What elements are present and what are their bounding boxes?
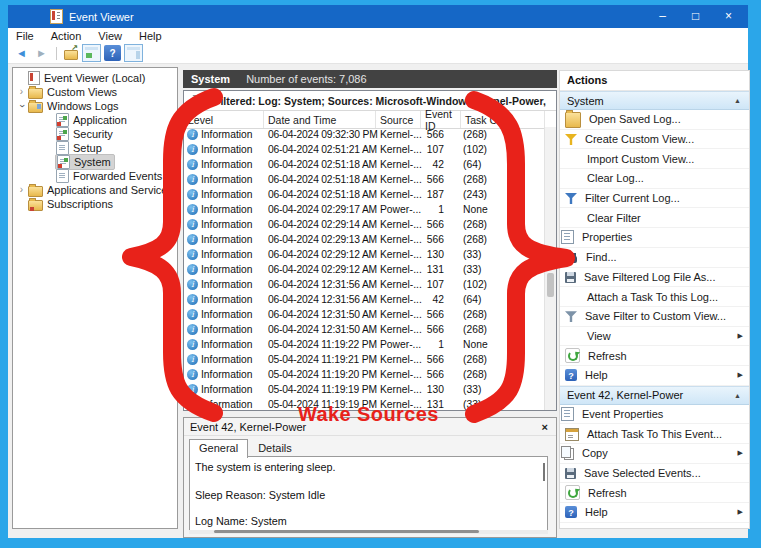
action-item[interactable]: Event Properties [560, 405, 749, 425]
forward-icon[interactable] [33, 45, 50, 61]
event-row[interactable]: Information 06-04-2024 12:31:56 AM Kerne… [184, 292, 545, 307]
scrollbar-thumb[interactable] [214, 530, 479, 533]
event-row[interactable]: Information 05-04-2024 11:19:22 PM Power… [184, 337, 545, 352]
event-row[interactable]: Information 06-04-2024 12:31:50 AM Kerne… [184, 322, 545, 337]
menu-item[interactable]: Action [51, 30, 82, 42]
console-tree: Event Viewer (Local) › Custom Views › [12, 67, 178, 529]
action-item[interactable]: Copy ▶ [560, 444, 749, 464]
events-vertical-scrollbar[interactable] [544, 127, 556, 410]
action-item[interactable]: Clear Log... [560, 169, 749, 189]
action-item[interactable]: Properties [560, 228, 749, 248]
tree-item[interactable]: › Custom Views [13, 85, 177, 99]
event-row[interactable]: Information 06-04-2024 12:31:50 AM Kerne… [184, 307, 545, 322]
action-item[interactable]: Filter Current Log... [560, 189, 749, 209]
action-icon [565, 272, 576, 283]
actions-section-system[interactable]: System ▲ [560, 91, 749, 110]
menu-item[interactable]: File [16, 30, 34, 42]
action-item[interactable]: Save Selected Events... [560, 464, 749, 484]
action-item[interactable]: Help ▶ [560, 366, 749, 386]
tree-item[interactable]: › Windows Logs [13, 99, 177, 113]
action-icon [564, 448, 574, 460]
menu-item[interactable]: Help [139, 30, 162, 42]
column-header[interactable]: Task Ca... [461, 111, 545, 128]
event-row[interactable]: Information 06-04-2024 02:29:13 AM Kerne… [184, 232, 545, 247]
tree-item[interactable]: Application [13, 113, 177, 127]
action-item[interactable]: Open Saved Log... [560, 110, 749, 130]
expander-icon[interactable]: › [16, 185, 27, 195]
event-row[interactable]: Information 06-04-2024 12:31:56 AM Kerne… [184, 277, 545, 292]
tree-item[interactable]: Subscriptions [13, 197, 177, 211]
preview-tab[interactable]: General [189, 439, 248, 458]
event-source: Kernel-... [376, 294, 421, 305]
event-row[interactable]: Information 06-04-2024 02:51:18 AM Kerne… [184, 157, 545, 172]
help-icon[interactable] [104, 45, 121, 61]
event-source: Power-... [376, 339, 421, 350]
export-log-icon[interactable] [62, 45, 79, 61]
back-icon[interactable] [13, 45, 30, 61]
tree-item-label: Setup [73, 142, 102, 154]
column-header[interactable]: Event ID [421, 111, 461, 128]
event-row[interactable]: Information 06-04-2024 02:29:14 AM Kerne… [184, 217, 545, 232]
filter-bar[interactable]: Filtered: Log: System; Sources: Microsof… [184, 91, 556, 111]
action-item[interactable]: Clear Filter [560, 208, 749, 228]
event-row[interactable]: Information 06-04-2024 02:29:12 AM Kerne… [184, 262, 545, 277]
action-item[interactable]: Attach Task To This Event... [560, 424, 749, 444]
titlebar[interactable]: Event Viewer – □ × [8, 5, 748, 28]
event-row[interactable]: Information 06-04-2024 02:51:21 AM Kerne… [184, 142, 545, 157]
event-source: Kernel-... [376, 144, 421, 155]
column-header[interactable]: Level [184, 111, 264, 128]
action-item[interactable]: Import Custom View... [560, 149, 749, 169]
event-row[interactable]: Information 06-04-2024 02:51:18 AM Kerne… [184, 172, 545, 187]
action-label: Refresh [588, 350, 627, 362]
scrollbar-thumb[interactable] [547, 273, 554, 297]
action-label: Attach a Task To this Log... [587, 291, 718, 303]
action-icon [565, 329, 579, 343]
maximize-button[interactable]: □ [679, 5, 712, 28]
event-row[interactable]: Information 06-04-2024 09:32:30 PM Kerne… [184, 127, 545, 142]
tree-item[interactable]: Forwarded Events [13, 169, 177, 183]
collapse-icon[interactable]: ▲ [734, 97, 741, 104]
minimize-button[interactable]: – [646, 5, 679, 28]
action-item[interactable]: Find... [560, 248, 749, 268]
action-item[interactable]: Refresh [560, 346, 749, 366]
tree-item[interactable]: System [13, 155, 177, 169]
show-action-pane-icon[interactable] [124, 44, 143, 62]
event-row[interactable]: Information 06-04-2024 02:29:17 AM Power… [184, 202, 545, 217]
action-item[interactable]: Save Filter to Custom View... [560, 307, 749, 327]
tree-item[interactable]: Security [13, 127, 177, 141]
preview-close-icon[interactable]: × [542, 421, 548, 433]
tree-item[interactable]: › Applications and Services L [13, 183, 177, 197]
actions-section-event[interactable]: Event 42, Kernel-Power ▲ [560, 386, 749, 405]
preview-tab[interactable]: Details [248, 439, 302, 457]
actions-title: Actions [560, 71, 749, 91]
preview-vertical-scrollbar[interactable] [543, 463, 545, 481]
expander-icon[interactable]: › [16, 87, 27, 97]
event-source: Kernel-... [376, 324, 421, 335]
event-row[interactable]: Information 06-04-2024 02:29:12 AM Kerne… [184, 247, 545, 262]
collapse-icon[interactable]: ▲ [734, 392, 741, 399]
action-item[interactable]: Refresh [560, 483, 749, 503]
toolbar-separator[interactable] [53, 45, 59, 61]
action-item[interactable]: Create Custom View... [560, 130, 749, 150]
expander-icon[interactable]: › [17, 101, 27, 112]
tree-item[interactable]: Setup [13, 141, 177, 155]
action-item[interactable]: Save Filtered Log File As... [560, 268, 749, 288]
preview-body[interactable]: The system is entering sleep. Sleep Reas… [189, 456, 548, 532]
event-row[interactable]: Information 05-04-2024 11:19:21 PM Kerne… [184, 352, 545, 367]
action-item[interactable]: View ▶ [560, 327, 749, 347]
event-row[interactable]: Information 05-04-2024 11:19:19 PM Kerne… [184, 382, 545, 397]
column-header[interactable]: Source [376, 111, 421, 128]
tree-item-icon [56, 141, 69, 155]
column-header[interactable]: Date and Time [264, 111, 376, 128]
action-item[interactable]: Attach a Task To this Log... [560, 287, 749, 307]
close-button[interactable]: × [712, 5, 745, 28]
menu-item[interactable]: View [98, 30, 122, 42]
actions-pane: Actions System ▲ Open Saved Log... [559, 70, 750, 529]
event-row[interactable]: Information 05-04-2024 11:19:20 PM Kerne… [184, 367, 545, 382]
action-item[interactable]: Help ▶ [560, 503, 749, 523]
event-row[interactable]: Information 06-04-2024 02:51:18 AM Kerne… [184, 187, 545, 202]
tree-item[interactable]: Event Viewer (Local) [13, 71, 177, 85]
preview-horizontal-scrollbar[interactable] [189, 530, 548, 534]
show-console-tree-icon[interactable] [82, 44, 101, 62]
event-row[interactable]: Information 05-04-2024 11:19:19 PM Kerne… [184, 397, 545, 410]
